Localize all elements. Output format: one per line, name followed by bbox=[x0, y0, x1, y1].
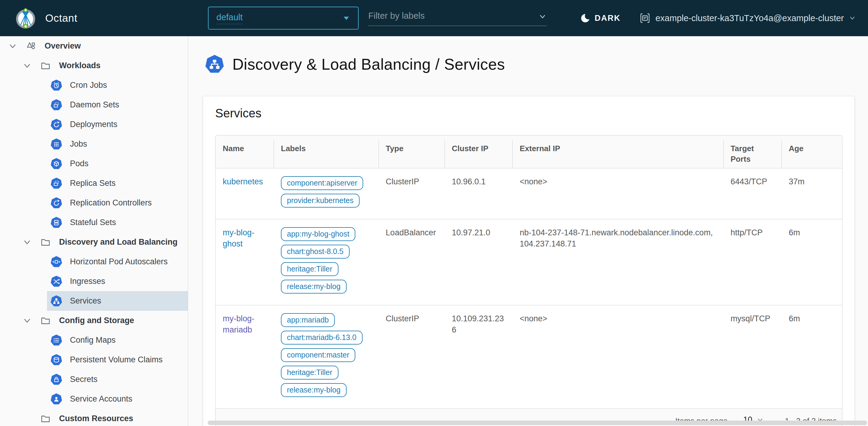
cell-type: LoadBalancer bbox=[378, 219, 444, 305]
service-name-link[interactable]: my-blog-ghost bbox=[223, 228, 254, 248]
sidebar-item-stateful-sets[interactable]: Stateful Sets bbox=[0, 213, 188, 232]
cluster-context-select[interactable]: example-cluster-ka3TuTzYo4a@example-clus… bbox=[639, 0, 856, 36]
cell-cluster-ip: 10.96.0.1 bbox=[444, 168, 513, 219]
cell-external-ip: <none> bbox=[513, 305, 723, 409]
sidebar-item-replica-sets[interactable]: Replica Sets bbox=[0, 173, 188, 193]
cell-labels: app:my-blog-ghostchart:ghost-8.0.5herita… bbox=[274, 219, 378, 305]
ingresses-icon bbox=[51, 276, 62, 287]
label-badge[interactable]: release:my-blog bbox=[281, 280, 347, 293]
cell-name: my-blog-ghost bbox=[216, 219, 274, 305]
label-badge[interactable]: release:my-blog bbox=[281, 383, 347, 397]
services-icon bbox=[205, 55, 224, 74]
objects-icon bbox=[25, 40, 37, 52]
sidebar-item-pods[interactable]: Pods bbox=[0, 154, 188, 173]
chevron-down-icon[interactable] bbox=[22, 316, 32, 325]
sidebar-navigation: Overview Workloads Cron Jobs Daemon Sets… bbox=[0, 36, 188, 426]
cell-age: 6m bbox=[781, 305, 842, 409]
horizontal-scrollbar[interactable] bbox=[208, 421, 867, 425]
daemon-sets-icon bbox=[51, 99, 62, 111]
sidebar-item-config-maps[interactable]: Config Maps bbox=[0, 330, 188, 350]
folder-icon bbox=[40, 60, 51, 72]
horizontal-pod-autoscalers-icon bbox=[51, 256, 62, 267]
octant-logo-icon bbox=[14, 6, 37, 30]
sidebar-item-horizontal-pod-autoscalers[interactable]: Horizontal Pod Autoscalers bbox=[0, 252, 188, 272]
sidebar-item-deployments[interactable]: Deployments bbox=[0, 115, 188, 134]
table-row: my-blog-ghost app:my-blog-ghostchart:gho… bbox=[216, 219, 842, 305]
sidebar-item-discovery-and-load-balancing[interactable]: Discovery and Load Balancing bbox=[0, 232, 188, 252]
label-filter bbox=[368, 11, 547, 26]
main-content: Discovery & Load Balancing / Services Se… bbox=[188, 36, 868, 426]
moon-icon bbox=[579, 13, 590, 24]
label-badge[interactable]: heritage:Tiller bbox=[281, 262, 338, 276]
folder-icon bbox=[40, 315, 51, 326]
caret-down-icon bbox=[342, 14, 350, 22]
sidebar-item-secrets[interactable]: Secrets bbox=[0, 370, 188, 389]
chevron-down-icon[interactable] bbox=[8, 41, 18, 51]
cluster-icon bbox=[639, 12, 651, 24]
services-card: Services NameLabelsTypeCluster IPExterna… bbox=[203, 96, 855, 426]
column-header-target-ports: Target Ports bbox=[723, 136, 781, 168]
cell-name: my-blog-mariadb bbox=[216, 305, 274, 409]
cell-cluster-ip: 10.109.231.236 bbox=[444, 305, 513, 409]
column-header-type: Type bbox=[378, 136, 444, 168]
label-badge[interactable]: app:mariadb bbox=[281, 313, 335, 327]
sidebar-item-cron-jobs[interactable]: Cron Jobs bbox=[0, 76, 188, 95]
sidebar-item-config-and-storage[interactable]: Config and Storage bbox=[0, 311, 188, 330]
sidebar-item-daemon-sets[interactable]: Daemon Sets bbox=[0, 95, 188, 115]
app-name: Octant bbox=[45, 12, 78, 24]
sidebar-item-replication-controllers[interactable]: Replication Controllers bbox=[0, 193, 188, 213]
sidebar-item-services[interactable]: Services bbox=[0, 291, 188, 311]
namespace-select[interactable]: default bbox=[208, 7, 359, 30]
chevron-down-icon[interactable] bbox=[22, 237, 32, 247]
jobs-icon bbox=[51, 139, 62, 150]
replication-controllers-icon bbox=[51, 197, 62, 209]
column-header-labels: Labels bbox=[274, 136, 378, 168]
cell-external-ip: <none> bbox=[513, 168, 723, 219]
label-badge[interactable]: component:master bbox=[281, 348, 355, 362]
config-maps-icon bbox=[51, 335, 62, 346]
label-badge[interactable]: chart:ghost-8.0.5 bbox=[281, 245, 350, 259]
sidebar-item-custom-resources[interactable]: Custom Resources bbox=[0, 409, 188, 426]
label-filter-input[interactable] bbox=[368, 11, 535, 21]
table-row: my-blog-mariadb app:mariadbchart:mariadb… bbox=[216, 305, 842, 409]
table-row: kubernetes component:apiserverprovider:k… bbox=[216, 168, 842, 219]
chevron-down-icon[interactable] bbox=[22, 61, 32, 70]
deployments-icon bbox=[51, 119, 62, 130]
persistent-volume-claims-icon bbox=[51, 354, 62, 366]
cell-target-ports: 6443/TCP bbox=[723, 168, 781, 219]
cluster-context-value: example-cluster-ka3TuTzYo4a@example-clus… bbox=[655, 13, 844, 23]
cell-type: ClusterIP bbox=[378, 305, 444, 409]
column-header-external-ip: External IP bbox=[513, 136, 723, 168]
cell-age: 6m bbox=[781, 219, 842, 305]
label-badge[interactable]: chart:mariadb-6.13.0 bbox=[281, 331, 363, 344]
cell-name: kubernetes bbox=[216, 168, 274, 219]
label-badge[interactable]: heritage:Tiller bbox=[281, 366, 338, 379]
sidebar-item-service-accounts[interactable]: Service Accounts bbox=[0, 389, 188, 409]
cell-target-ports: http/TCP bbox=[723, 219, 781, 305]
service-name-link[interactable]: kubernetes bbox=[223, 177, 263, 186]
services-icon bbox=[51, 295, 62, 307]
folder-icon bbox=[40, 413, 51, 425]
sidebar-item-jobs[interactable]: Jobs bbox=[0, 134, 188, 154]
sidebar-item-overview[interactable]: Overview bbox=[0, 36, 188, 56]
label-badge[interactable]: app:my-blog-ghost bbox=[281, 227, 355, 241]
sidebar-item-ingresses[interactable]: Ingresses bbox=[0, 272, 188, 291]
sidebar-item-persistent-volume-claims[interactable]: Persistent Volume Claims bbox=[0, 350, 188, 370]
cron-jobs-icon bbox=[51, 80, 62, 91]
label-badge[interactable]: provider:kubernetes bbox=[281, 194, 360, 207]
sidebar-item-workloads[interactable]: Workloads bbox=[0, 56, 188, 76]
dark-theme-toggle[interactable]: DARK bbox=[579, 0, 621, 36]
services-table: NameLabelsTypeCluster IPExternal IPTarge… bbox=[216, 136, 842, 408]
chevron-down-icon[interactable] bbox=[538, 12, 547, 21]
column-header-cluster-ip: Cluster IP bbox=[444, 136, 513, 168]
label-badge[interactable]: component:apiserver bbox=[281, 176, 363, 190]
service-accounts-icon bbox=[51, 393, 62, 405]
table-header-row: NameLabelsTypeCluster IPExternal IPTarge… bbox=[216, 136, 842, 168]
pods-icon bbox=[51, 158, 62, 170]
services-datagrid: NameLabelsTypeCluster IPExternal IPTarge… bbox=[215, 135, 842, 426]
app-logo[interactable]: Octant bbox=[14, 6, 78, 30]
namespace-value: default bbox=[216, 12, 243, 24]
folder-icon bbox=[40, 236, 51, 248]
service-name-link[interactable]: my-blog-mariadb bbox=[223, 314, 254, 334]
column-header-name: Name bbox=[216, 136, 274, 168]
